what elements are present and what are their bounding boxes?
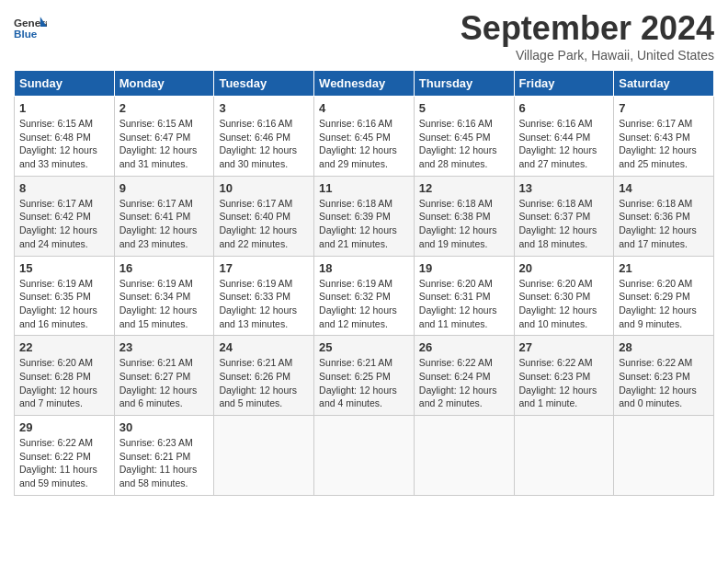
day-cell [514,416,614,496]
day-detail: Sunrise: 6:21 AM Sunset: 6:27 PM Dayligh… [119,356,210,410]
day-detail: Sunrise: 6:16 AM Sunset: 6:44 PM Dayligh… [519,117,609,171]
col-header-friday: Friday [514,71,614,97]
day-cell: 23 Sunrise: 6:21 AM Sunset: 6:27 PM Dayl… [114,336,214,416]
day-number: 5 [419,101,509,115]
day-cell: 20 Sunrise: 6:20 AM Sunset: 6:30 PM Dayl… [514,256,614,336]
day-number: 29 [19,420,109,434]
day-cell [214,416,314,496]
day-number: 16 [119,261,210,275]
week-row-3: 15 Sunrise: 6:19 AM Sunset: 6:35 PM Dayl… [15,256,714,336]
day-cell: 28 Sunrise: 6:22 AM Sunset: 6:23 PM Dayl… [614,336,714,416]
day-cell: 12 Sunrise: 6:18 AM Sunset: 6:38 PM Dayl… [414,176,514,256]
col-header-tuesday: Tuesday [214,71,314,97]
day-detail: Sunrise: 6:22 AM Sunset: 6:24 PM Dayligh… [419,356,509,410]
day-cell: 27 Sunrise: 6:22 AM Sunset: 6:23 PM Dayl… [514,336,614,416]
day-detail: Sunrise: 6:21 AM Sunset: 6:25 PM Dayligh… [319,356,409,410]
day-number: 14 [619,181,709,195]
title-area: September 2024 Village Park, Hawaii, Uni… [461,9,714,63]
day-number: 15 [19,261,109,275]
logo-icon: General Blue [14,15,47,40]
day-number: 8 [19,181,109,195]
day-detail: Sunrise: 6:22 AM Sunset: 6:23 PM Dayligh… [519,356,609,410]
col-header-sunday: Sunday [15,71,115,97]
day-number: 27 [519,340,609,354]
day-cell: 9 Sunrise: 6:17 AM Sunset: 6:41 PM Dayli… [114,176,214,256]
day-cell: 7 Sunrise: 6:17 AM Sunset: 6:43 PM Dayli… [614,97,714,177]
day-cell: 6 Sunrise: 6:16 AM Sunset: 6:44 PM Dayli… [514,97,614,177]
day-cell: 10 Sunrise: 6:17 AM Sunset: 6:40 PM Dayl… [214,176,314,256]
day-cell: 4 Sunrise: 6:16 AM Sunset: 6:45 PM Dayli… [314,97,415,177]
day-number: 24 [219,340,309,354]
day-detail: Sunrise: 6:17 AM Sunset: 6:41 PM Dayligh… [119,197,210,251]
day-number: 1 [19,101,109,115]
day-number: 2 [119,101,210,115]
day-cell: 8 Sunrise: 6:17 AM Sunset: 6:42 PM Dayli… [15,176,115,256]
day-detail: Sunrise: 6:20 AM Sunset: 6:28 PM Dayligh… [19,356,109,410]
day-number: 12 [419,181,509,195]
day-detail: Sunrise: 6:19 AM Sunset: 6:32 PM Dayligh… [319,277,409,331]
day-detail: Sunrise: 6:17 AM Sunset: 6:43 PM Dayligh… [619,117,709,171]
day-detail: Sunrise: 6:18 AM Sunset: 6:37 PM Dayligh… [519,197,609,251]
day-number: 21 [619,261,709,275]
day-detail: Sunrise: 6:19 AM Sunset: 6:34 PM Dayligh… [119,277,210,331]
day-detail: Sunrise: 6:21 AM Sunset: 6:26 PM Dayligh… [219,356,309,410]
day-number: 9 [119,181,210,195]
day-number: 19 [419,261,509,275]
col-header-saturday: Saturday [614,71,714,97]
logo: General Blue [14,15,49,40]
day-number: 4 [319,101,409,115]
day-number: 20 [519,261,609,275]
day-number: 25 [319,340,409,354]
day-number: 23 [119,340,210,354]
day-number: 11 [319,181,409,195]
day-detail: Sunrise: 6:18 AM Sunset: 6:38 PM Dayligh… [419,197,509,251]
col-header-wednesday: Wednesday [314,71,415,97]
day-detail: Sunrise: 6:16 AM Sunset: 6:45 PM Dayligh… [319,117,409,171]
week-row-2: 8 Sunrise: 6:17 AM Sunset: 6:42 PM Dayli… [15,176,714,256]
day-detail: Sunrise: 6:20 AM Sunset: 6:31 PM Dayligh… [419,277,509,331]
day-number: 6 [519,101,609,115]
day-cell: 18 Sunrise: 6:19 AM Sunset: 6:32 PM Dayl… [314,256,415,336]
day-number: 22 [19,340,109,354]
day-cell: 26 Sunrise: 6:22 AM Sunset: 6:24 PM Dayl… [414,336,514,416]
day-detail: Sunrise: 6:15 AM Sunset: 6:47 PM Dayligh… [119,117,210,171]
header-row: SundayMondayTuesdayWednesdayThursdayFrid… [15,71,714,97]
day-detail: Sunrise: 6:18 AM Sunset: 6:39 PM Dayligh… [319,197,409,251]
day-cell [414,416,514,496]
day-detail: Sunrise: 6:20 AM Sunset: 6:29 PM Dayligh… [619,277,709,331]
day-cell: 25 Sunrise: 6:21 AM Sunset: 6:25 PM Dayl… [314,336,415,416]
day-detail: Sunrise: 6:17 AM Sunset: 6:40 PM Dayligh… [219,197,309,251]
month-title: September 2024 [461,9,714,48]
day-cell: 22 Sunrise: 6:20 AM Sunset: 6:28 PM Dayl… [15,336,115,416]
day-cell: 5 Sunrise: 6:16 AM Sunset: 6:45 PM Dayli… [414,97,514,177]
col-header-thursday: Thursday [414,71,514,97]
location: Village Park, Hawaii, United States [461,48,714,63]
day-detail: Sunrise: 6:20 AM Sunset: 6:30 PM Dayligh… [519,277,609,331]
day-detail: Sunrise: 6:22 AM Sunset: 6:23 PM Dayligh… [619,356,709,410]
day-number: 7 [619,101,709,115]
week-row-1: 1 Sunrise: 6:15 AM Sunset: 6:48 PM Dayli… [15,97,714,177]
day-cell: 13 Sunrise: 6:18 AM Sunset: 6:37 PM Dayl… [514,176,614,256]
day-number: 28 [619,340,709,354]
day-cell: 3 Sunrise: 6:16 AM Sunset: 6:46 PM Dayli… [214,97,314,177]
calendar-table: SundayMondayTuesdayWednesdayThursdayFrid… [14,70,714,496]
svg-text:Blue: Blue [14,28,38,40]
day-cell: 29 Sunrise: 6:22 AM Sunset: 6:22 PM Dayl… [15,416,115,496]
day-cell [614,416,714,496]
day-detail: Sunrise: 6:22 AM Sunset: 6:22 PM Dayligh… [19,436,109,490]
day-detail: Sunrise: 6:16 AM Sunset: 6:46 PM Dayligh… [219,117,309,171]
day-cell: 30 Sunrise: 6:23 AM Sunset: 6:21 PM Dayl… [114,416,214,496]
day-detail: Sunrise: 6:15 AM Sunset: 6:48 PM Dayligh… [19,117,109,171]
day-cell: 15 Sunrise: 6:19 AM Sunset: 6:35 PM Dayl… [15,256,115,336]
day-detail: Sunrise: 6:18 AM Sunset: 6:36 PM Dayligh… [619,197,709,251]
day-number: 30 [119,420,210,434]
day-cell: 21 Sunrise: 6:20 AM Sunset: 6:29 PM Dayl… [614,256,714,336]
col-header-monday: Monday [114,71,214,97]
day-number: 13 [519,181,609,195]
day-cell: 11 Sunrise: 6:18 AM Sunset: 6:39 PM Dayl… [314,176,415,256]
day-cell [314,416,415,496]
day-number: 3 [219,101,309,115]
day-number: 26 [419,340,509,354]
day-cell: 1 Sunrise: 6:15 AM Sunset: 6:48 PM Dayli… [15,97,115,177]
day-detail: Sunrise: 6:17 AM Sunset: 6:42 PM Dayligh… [19,197,109,251]
